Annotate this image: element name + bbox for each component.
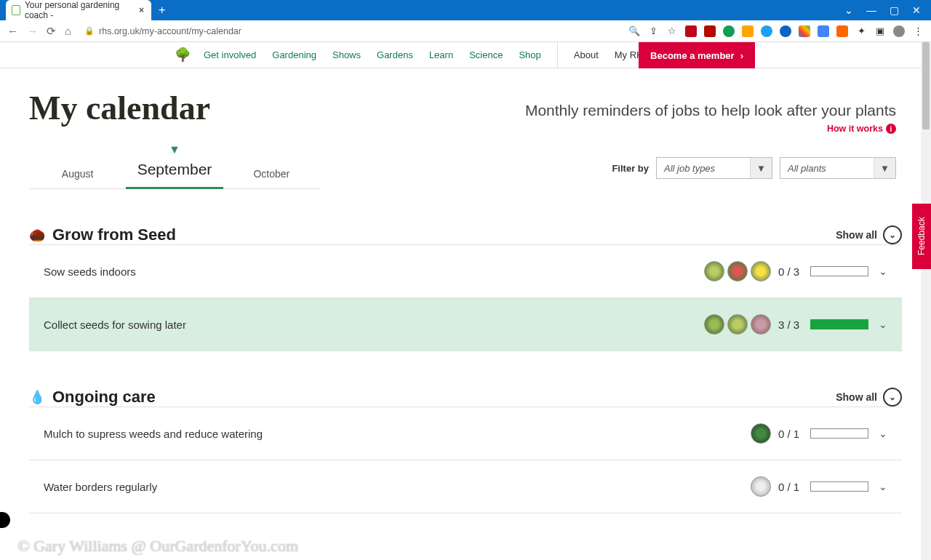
chevron-down-icon: ▼ (874, 158, 895, 178)
nav-shows[interactable]: Shows (332, 49, 361, 60)
task-progress-bar (810, 428, 868, 439)
feedback-tab[interactable]: Feedback (912, 204, 931, 269)
address-bar[interactable]: 🔒 rhs.org.uk/my-account/my-calendar (84, 26, 241, 36)
watering-can-icon: 💧 (29, 389, 45, 405)
plant-thumbnails (704, 314, 771, 335)
expand-chevron-icon[interactable]: ⌄ (879, 428, 887, 439)
profile-avatar-icon[interactable] (893, 25, 905, 37)
pdf-ext-icon[interactable] (704, 25, 716, 37)
plant-thumb-icon (751, 476, 771, 497)
expand-chevron-icon[interactable]: ⌄ (879, 319, 887, 330)
plant-thumb-icon (704, 261, 724, 281)
ext-icon-8[interactable] (818, 25, 829, 37)
plant-thumb-icon (727, 314, 748, 335)
nav-science[interactable]: Science (469, 49, 503, 60)
chevron-down-circle-icon: ⌄ (883, 388, 902, 407)
task-count: 3 / 3 (778, 319, 810, 331)
zoom-icon[interactable]: 🔍 (628, 25, 640, 37)
task-row[interactable]: Water borders regularly 0 / 1 ⌄ (29, 460, 902, 513)
ext-icon-6[interactable] (780, 25, 791, 37)
rhs-logo-icon[interactable]: 🌳 (175, 47, 191, 63)
nav-gardening[interactable]: Gardening (272, 49, 316, 60)
show-all-button[interactable]: Show all ⌄ (836, 388, 902, 407)
back-button[interactable]: ← (7, 25, 18, 37)
plant-thumb-icon (727, 261, 748, 281)
task-progress-bar (810, 266, 868, 276)
chevron-down-icon: ▼ (750, 158, 772, 178)
task-progress-bar (810, 481, 868, 492)
task-count: 0 / 1 (778, 428, 810, 440)
show-all-button[interactable]: Show all ⌄ (836, 225, 902, 244)
section-title-ongoing-care: 💧 Ongoing care (29, 388, 156, 407)
become-member-button[interactable]: Become a member › (639, 42, 755, 68)
window-maximize-icon[interactable]: ▢ (890, 4, 899, 16)
bookmark-star-icon[interactable]: ☆ (666, 25, 678, 37)
extensions-puzzle-icon[interactable]: ✦ (855, 25, 867, 37)
ext-icon-5[interactable] (761, 25, 772, 37)
filter-label: Filter by (612, 163, 649, 174)
plant-thumb-icon (704, 314, 724, 335)
how-it-works-link[interactable]: How it works i (827, 124, 896, 134)
month-tab-next[interactable]: October (223, 161, 320, 188)
window-close-icon[interactable]: ✕ (912, 4, 921, 16)
plant-thumbnails (751, 476, 771, 497)
month-tab-prev[interactable]: August (29, 161, 126, 188)
ext-icon-9[interactable] (836, 25, 848, 37)
side-panel-icon[interactable]: ▣ (874, 25, 886, 37)
task-row[interactable]: Sow seeds indoors 0 / 3 ⌄ (29, 244, 902, 297)
filter-job-types-select[interactable]: All job types ▼ (656, 157, 772, 179)
task-count: 0 / 1 (778, 481, 810, 493)
task-title: Mulch to supress weeds and reduce wateri… (44, 428, 751, 440)
nav-shop[interactable]: Shop (519, 49, 540, 60)
url-text: rhs.org.uk/my-account/my-calendar (99, 26, 241, 36)
chevron-down-icon[interactable]: ⌄ (844, 4, 853, 16)
scrollbar-track[interactable] (921, 42, 931, 560)
month-tab-current[interactable]: September (126, 153, 223, 189)
chevron-down-circle-icon: ⌄ (883, 225, 902, 244)
nav-about[interactable]: About (574, 49, 599, 60)
plant-thumb-icon (751, 314, 771, 335)
window-minimize-icon[interactable]: — (866, 4, 876, 16)
acorn-icon: 🌰 (29, 227, 45, 243)
forward-button[interactable]: → (27, 25, 38, 37)
ext-icon-4[interactable] (742, 25, 754, 37)
page-subtitle: Monthly reminders of jobs to help look a… (525, 102, 896, 119)
new-tab-button[interactable]: + (159, 4, 165, 17)
task-count: 0 / 3 (778, 265, 810, 278)
reload-button[interactable]: ⟳ (47, 25, 56, 38)
filter-plants-select[interactable]: All plants ▼ (780, 157, 896, 179)
plant-thumbnails (751, 423, 771, 444)
pinterest-ext-icon[interactable] (685, 25, 697, 37)
task-row[interactable]: Collect seeds for sowing later 3 / 3 ⌄ (29, 297, 902, 351)
tab-favicon (12, 5, 20, 15)
task-title: Sow seeds indoors (44, 265, 704, 278)
task-title: Water borders regularly (44, 481, 751, 493)
lock-icon: 🔒 (84, 26, 95, 36)
chrome-menu-icon[interactable]: ⋮ (912, 25, 924, 37)
tab-title: Your personal gardening coach - (25, 0, 129, 20)
ext-icon-7[interactable] (799, 25, 810, 37)
task-row[interactable]: Mulch to supress weeds and reduce wateri… (29, 407, 902, 460)
nav-divider (557, 42, 558, 68)
nav-learn[interactable]: Learn (429, 49, 453, 60)
nav-gardens[interactable]: Gardens (377, 49, 413, 60)
expand-chevron-icon[interactable]: ⌄ (879, 265, 887, 277)
tab-close-icon[interactable]: × (139, 5, 144, 15)
section-title-grow-from-seed: 🌰 Grow from Seed (29, 225, 176, 244)
info-icon: i (886, 124, 896, 134)
plant-thumb-icon (751, 261, 771, 281)
scrollbar-thumb[interactable] (922, 42, 930, 129)
share-icon[interactable]: ⇪ (647, 25, 659, 37)
chevron-right-icon: › (740, 50, 743, 61)
nav-get-involved[interactable]: Get involved (204, 49, 256, 60)
home-button[interactable]: ⌂ (65, 25, 71, 37)
grammarly-ext-icon[interactable] (723, 25, 735, 37)
plant-thumb-icon (751, 423, 771, 444)
browser-tab[interactable]: Your personal gardening coach - × (6, 0, 151, 20)
month-tabs: ▼ August September October (29, 153, 320, 189)
task-title: Collect seeds for sowing later (44, 319, 704, 331)
task-progress-bar (810, 319, 868, 329)
expand-chevron-icon[interactable]: ⌄ (879, 481, 887, 492)
plant-thumbnails (704, 261, 771, 281)
